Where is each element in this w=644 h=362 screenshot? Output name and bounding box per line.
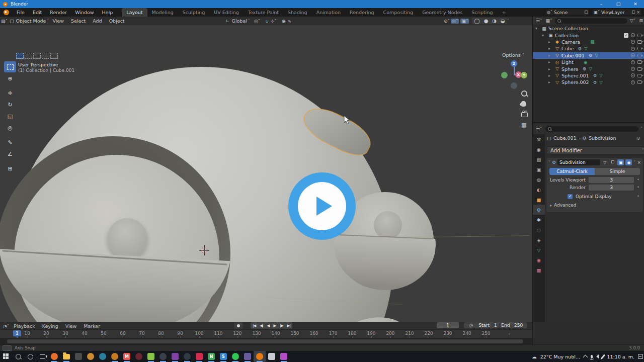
modifier-name-field[interactable]: Subdivision	[557, 159, 600, 165]
properties-options-icon[interactable]: ˅	[640, 127, 642, 131]
visibility-eye-icon[interactable]	[631, 80, 635, 84]
visibility-eye-icon[interactable]	[631, 47, 635, 51]
pivot-point-icon[interactable]: ◎˅	[253, 19, 261, 24]
navigation-gizmo[interactable]: Z X Y	[498, 57, 531, 90]
playback-button[interactable]: ▶	[271, 323, 278, 328]
close-button[interactable]: ✕	[627, 0, 644, 8]
viewport-pan-icon[interactable]	[521, 101, 526, 108]
render-visibility-icon[interactable]	[637, 47, 642, 50]
expander-icon[interactable]: ▸	[548, 53, 554, 58]
simple-button[interactable]: Simple	[595, 168, 640, 175]
taskbar-app[interactable]	[266, 351, 278, 362]
texture-tab[interactable]: ▩	[533, 265, 545, 275]
mode-dropdown[interactable]: Object Mode	[15, 18, 47, 24]
physics-tab[interactable]: ◌	[533, 225, 545, 235]
xray-toggle-icon[interactable]: ▣˅	[460, 19, 469, 24]
weather-temp[interactable]: 22°C Muy nubl...	[540, 354, 580, 359]
tool-transform[interactable]: ◎	[4, 122, 16, 133]
menu-item[interactable]: Playback	[10, 323, 38, 329]
outliner-item-label[interactable]: Light	[561, 59, 574, 65]
menu-item[interactable]: Render	[46, 10, 71, 15]
render-visibility-icon[interactable]	[637, 74, 642, 77]
workspace-tab[interactable]: Modeling	[147, 8, 178, 17]
outliner-row[interactable]: ▾ ▣ Collection ✓	[533, 32, 644, 38]
show-overlays-icon[interactable]: ◎˅	[451, 19, 459, 24]
taskbar-app[interactable]	[157, 351, 169, 362]
tool-tab[interactable]: ⚒	[533, 134, 545, 144]
proportional-edit-icon[interactable]: ◉	[281, 19, 287, 24]
animate-dot[interactable]: •	[637, 185, 640, 190]
render-tab[interactable]: ◉	[533, 144, 545, 154]
add-modifier-button[interactable]: Add Modifier˅	[547, 146, 644, 154]
particles-tab[interactable]: ✱	[533, 215, 545, 225]
expander-icon[interactable]: ▸	[548, 73, 554, 78]
taskbar-app[interactable]	[169, 351, 181, 362]
taskbar-app[interactable]	[193, 351, 205, 362]
menu-item[interactable]: File	[13, 10, 29, 15]
taskbar-app[interactable]	[133, 351, 145, 362]
menu-item[interactable]: Edit	[29, 10, 46, 15]
workspace-tab[interactable]: Shading	[283, 8, 312, 17]
outliner-display-mode-icon[interactable]: ▦˅	[545, 18, 553, 23]
taskbar-app-whatsapp[interactable]	[229, 351, 242, 362]
snap-magnet-icon[interactable]: ∪	[264, 19, 270, 24]
render-visibility-icon[interactable]	[637, 67, 642, 71]
visibility-eye-icon[interactable]	[631, 40, 635, 44]
workspace-tab[interactable]: Layout	[122, 8, 147, 17]
gizmo-y-neg-axis[interactable]	[501, 72, 508, 78]
visibility-eye-icon[interactable]	[631, 67, 635, 71]
tool-annotate[interactable]: ✎	[4, 137, 16, 148]
gizmo-y-axis[interactable]: Y	[521, 72, 527, 78]
render-visibility-icon[interactable]	[637, 60, 642, 64]
expander-icon[interactable]: ▸	[548, 80, 554, 84]
blender-logo-icon[interactable]	[4, 10, 9, 15]
filter-icon[interactable]: ▽˅	[629, 18, 636, 23]
tool-measure[interactable]: ∠	[4, 148, 16, 159]
clock-time[interactable]: 11:10 a. m.	[607, 354, 634, 359]
outliner-item-label[interactable]: Scene Collection	[548, 26, 588, 31]
end-frame-field[interactable]: 250	[514, 323, 523, 328]
falloff-curve-icon[interactable]: ∿	[287, 19, 293, 24]
taskbar-app-firefox[interactable]	[48, 351, 60, 362]
collection-checkbox[interactable]: ✓	[624, 33, 628, 38]
weather-icon[interactable]: ☁	[532, 354, 537, 359]
realtime-cage-toggle[interactable]: ⧠	[609, 159, 616, 165]
copy-icon[interactable]: ⧠	[632, 10, 635, 15]
taskbar-app-skype[interactable]: S	[217, 351, 229, 362]
menu-item[interactable]: Marker	[80, 323, 104, 329]
editor-type-icon[interactable]: ▧˅	[0, 19, 9, 24]
microphone-icon[interactable]	[591, 355, 593, 358]
render-visibility-icon[interactable]	[637, 40, 642, 44]
menu-item[interactable]: Help	[98, 10, 117, 15]
menu-item[interactable]: Object	[106, 18, 128, 24]
shading-mode-icon[interactable]: ●	[482, 18, 491, 24]
outliner-search-input[interactable]	[555, 18, 627, 24]
outliner-row[interactable]: ▸ ▽ Sphere.001 ⚙ ▽ ✓	[533, 72, 644, 79]
viewport-camera-icon[interactable]	[521, 112, 528, 119]
current-frame-field[interactable]: 1	[437, 322, 459, 328]
taskbar-app[interactable]	[278, 351, 290, 362]
workspace-tab[interactable]: Scripting	[467, 8, 497, 17]
levels-viewport-field[interactable]: 3	[589, 177, 634, 183]
outliner-item-label[interactable]: Collection	[555, 33, 579, 38]
outliner-row[interactable]: ▸ ◎ Light ◉ ✓	[533, 59, 644, 65]
pen-icon[interactable]	[601, 354, 605, 359]
taskbar-app[interactable]	[181, 351, 193, 362]
taskbar-app[interactable]	[145, 351, 157, 362]
tool-scale[interactable]: ◱	[4, 111, 16, 122]
viewlayer-selector[interactable]: ▣˅ ViewLayer ⧠ ×	[592, 9, 642, 16]
playback-button[interactable]: |◀	[251, 323, 258, 328]
playback-button[interactable]: ◀|	[258, 323, 265, 328]
orientation-dropdown[interactable]: Global	[231, 18, 248, 24]
copy-icon[interactable]: ⧠	[585, 10, 588, 15]
taskbar-app[interactable]	[109, 351, 121, 362]
viewport-3d[interactable]: User Perspective (1) Collection | Cube.0…	[0, 25, 532, 322]
maximize-button[interactable]: ▢	[610, 0, 627, 8]
shading-mode-icon[interactable]: ◒	[499, 18, 507, 24]
notification-center-icon[interactable]	[638, 354, 643, 359]
outliner-row[interactable]: ▸ ◆ Camera ▦ ✓	[533, 39, 644, 45]
taskbar-app-mail[interactable]: M	[121, 351, 133, 362]
collapse-arrow-icon[interactable]: ‹	[508, 331, 510, 336]
menu-item[interactable]: Add	[89, 18, 105, 24]
data-tab[interactable]: ▽	[533, 245, 545, 255]
